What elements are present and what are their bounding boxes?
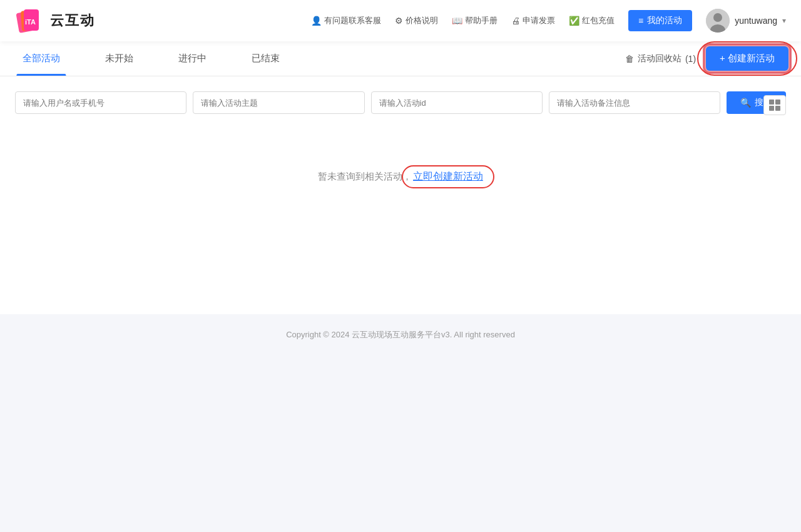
grid-icon <box>768 98 782 112</box>
search-theme-input[interactable] <box>193 91 364 114</box>
invoice-icon: 🖨 <box>511 16 520 26</box>
nav-help-label: 帮助手册 <box>465 15 497 26</box>
svg-rect-7 <box>769 100 774 105</box>
my-activities-button[interactable]: ≡ 我的活动 <box>628 10 692 31</box>
nav-invoice[interactable]: 🖨 申请发票 <box>511 15 555 26</box>
empty-state: 暂未查询到相关活动， 立即创建新活动 <box>15 133 786 208</box>
tabs-left: 全部活动 未开始 进行中 已结束 <box>0 41 613 76</box>
my-activities-icon: ≡ <box>638 16 643 26</box>
recycle-icon: 🗑 <box>625 54 634 64</box>
username-label: yuntuwang <box>735 16 777 26</box>
recycle-bin-button[interactable]: 🗑 活动回收站 (1) <box>625 53 696 64</box>
recycle-count: (1) <box>685 54 696 64</box>
tabs-right: 🗑 活动回收站 (1) + 创建新活动 <box>613 46 801 71</box>
svg-rect-10 <box>775 106 780 111</box>
tab-ended[interactable]: 已结束 <box>229 41 302 76</box>
empty-message: 暂未查询到相关活动， 立即创建新活动 <box>318 170 483 183</box>
nav-invoice-label: 申请发票 <box>523 15 555 26</box>
tabs-bar: 全部活动 未开始 进行中 已结束 🗑 活动回收站 (1) + 创建新活动 <box>0 41 801 76</box>
nav-pricing[interactable]: ⚙ 价格说明 <box>395 15 438 26</box>
nav-pricing-label: 价格说明 <box>406 15 438 26</box>
create-activity-button[interactable]: + 创建新活动 <box>706 46 788 71</box>
nav-support[interactable]: 👤 有问题联系客服 <box>311 15 381 26</box>
recycle-label: 活动回收站 <box>638 53 681 64</box>
avatar <box>706 9 730 33</box>
pricing-icon: ⚙ <box>395 16 403 26</box>
search-bar: 🔍 搜索 <box>15 91 786 114</box>
svg-point-5 <box>713 13 722 22</box>
my-activities-label: 我的活动 <box>647 15 682 26</box>
nav-recharge-label: 红包充值 <box>582 15 615 26</box>
create-activity-label: + 创建新活动 <box>720 53 775 64</box>
empty-text: 暂未查询到相关活动， <box>318 171 412 183</box>
nav-support-label: 有问题联系客服 <box>324 15 381 26</box>
logo-text: 云互动 <box>50 11 95 30</box>
create-link-wrapper: 立即创建新活动 <box>413 170 483 183</box>
help-icon: 📖 <box>452 16 462 26</box>
user-menu[interactable]: yuntuwang ▾ <box>706 9 786 33</box>
support-icon: 👤 <box>311 16 322 26</box>
svg-text:iTA: iTA <box>25 18 36 26</box>
search-user-input[interactable] <box>15 91 186 114</box>
recharge-icon: ✅ <box>569 16 579 26</box>
nav-recharge[interactable]: ✅ 红包充值 <box>569 15 615 26</box>
nav-help[interactable]: 📖 帮助手册 <box>452 15 497 26</box>
svg-rect-9 <box>769 106 774 111</box>
logo-area[interactable]: iTA 云互动 <box>15 6 95 36</box>
dropdown-arrow-icon: ▾ <box>782 16 786 25</box>
avatar-icon <box>706 9 730 33</box>
svg-rect-8 <box>775 100 780 105</box>
tab-all-activities[interactable]: 全部活动 <box>0 41 83 76</box>
search-icon: 🔍 <box>740 98 751 108</box>
logo-icon: iTA <box>15 6 45 36</box>
create-button-wrapper: + 创建新活动 <box>706 46 788 71</box>
footer: Copyright © 2024 云互动现场互动服务平台v3. All righ… <box>0 314 801 356</box>
search-remark-input[interactable] <box>549 91 720 114</box>
main-content: 🔍 搜索 暂未查询到相关活动， 立即创建新活动 <box>0 76 801 314</box>
top-nav: 👤 有问题联系客服 ⚙ 价格说明 📖 帮助手册 🖨 申请发票 ✅ 红包充值 ≡ … <box>311 9 786 33</box>
search-id-input[interactable] <box>371 91 543 114</box>
create-activity-link[interactable]: 立即创建新活动 <box>413 170 483 183</box>
header: iTA 云互动 👤 有问题联系客服 ⚙ 价格说明 📖 帮助手册 🖨 申请发票 ✅… <box>0 0 801 41</box>
grid-toggle-button[interactable] <box>763 95 786 115</box>
tab-not-started[interactable]: 未开始 <box>83 41 156 76</box>
footer-text: Copyright © 2024 云互动现场互动服务平台v3. All righ… <box>286 330 515 339</box>
tab-ongoing[interactable]: 进行中 <box>156 41 229 76</box>
